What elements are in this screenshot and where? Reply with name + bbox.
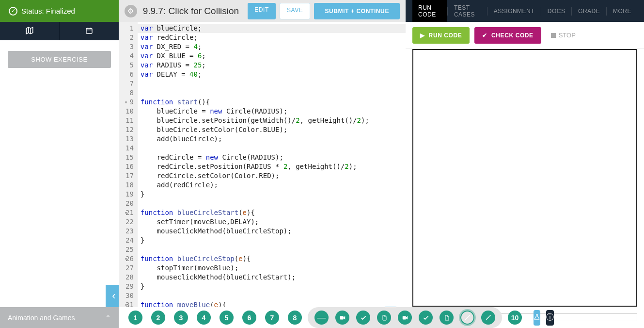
lesson-step-8[interactable]: 8 <box>288 311 302 325</box>
exercise-title: 9.9.7: Click for Collision <box>143 6 239 16</box>
code-editor[interactable]: var blueCircle;var redCircle;var DX_RED … <box>138 22 406 328</box>
stop-button[interactable]: STOP <box>551 32 576 39</box>
lesson-step-2[interactable]: 2 <box>151 311 165 325</box>
calendar-tab[interactable] <box>60 22 119 40</box>
stop-icon <box>551 33 556 38</box>
lesson-doc-icon-5[interactable] <box>440 311 454 325</box>
editor-header: ⚙ 9.9.7: Click for Collision EDIT SAVE S… <box>119 0 406 22</box>
show-exercise-button[interactable]: SHOW EXERCISE <box>8 51 111 68</box>
lesson-step-6[interactable]: 6 <box>242 311 256 325</box>
lesson-video-icon-3[interactable] <box>398 311 412 325</box>
info-button[interactable]: ⓘ <box>546 310 554 326</box>
module-title: Animation and Games <box>8 314 75 322</box>
lesson-icon-group: — <box>308 307 502 328</box>
nav-collapse-icon[interactable]: — <box>314 311 329 325</box>
check-code-button[interactable]: ✔ CHECK CODE <box>474 27 541 44</box>
calendar-icon <box>85 27 93 36</box>
play-icon: ▶ <box>420 32 425 39</box>
lesson-step-7[interactable]: 7 <box>265 311 279 325</box>
chevron-up-icon: ⌃ <box>105 314 111 322</box>
lesson-check-icon-4[interactable] <box>419 311 433 325</box>
tab-assignment[interactable]: ASSIGNMENT <box>488 0 540 22</box>
sandbox-button[interactable] <box>534 310 540 326</box>
tab-docs[interactable]: DOCS <box>542 0 571 22</box>
map-tab[interactable] <box>0 22 60 40</box>
gear-icon: ⚙ <box>127 7 134 16</box>
status-bar: ✓ Status: Finalized <box>0 0 119 22</box>
lesson-doc-icon-2[interactable] <box>377 311 391 325</box>
check-code-label: CHECK CODE <box>491 32 534 39</box>
status-text: Status: Finalized <box>21 7 75 15</box>
left-sidebar: ✓ Status: Finalized SHOW EXERCISE ‹ Anim… <box>0 0 119 328</box>
flask-icon <box>534 313 540 322</box>
svg-rect-1 <box>340 316 343 319</box>
svg-rect-0 <box>86 28 92 33</box>
editor-gutter: 1234567891011121314151617181920212223242… <box>119 22 138 328</box>
right-tab-bar: RUN CODETEST CASESASSIGNMENTDOCSGRADEMOR… <box>406 0 644 22</box>
tab-test-cases[interactable]: TEST CASES <box>448 0 487 22</box>
lesson-video-icon-0[interactable] <box>335 311 349 325</box>
lesson-nav-bar: 12345678 — 10 ⓘ <box>119 307 406 328</box>
info-icon: ⓘ <box>546 312 554 323</box>
map-icon <box>25 26 34 36</box>
run-toolbar: ▶ RUN CODE ✔ CHECK CODE STOP <box>406 22 644 49</box>
lesson-pencil-icon-6[interactable] <box>460 311 474 325</box>
tab-more[interactable]: MORE <box>607 0 637 22</box>
stop-label: STOP <box>559 32 576 39</box>
save-button[interactable]: SAVE <box>280 3 311 19</box>
lesson-step-4[interactable]: 4 <box>197 311 211 325</box>
check-circle-icon: ✓ <box>9 7 17 16</box>
svg-rect-2 <box>402 316 406 319</box>
lesson-step-10[interactable]: 10 <box>508 311 522 325</box>
lesson-step-3[interactable]: 3 <box>174 311 188 325</box>
tab-grade[interactable]: GRADE <box>572 0 606 22</box>
lesson-pencil-icon-7[interactable] <box>481 311 495 325</box>
module-footer[interactable]: Animation and Games ⌃ <box>0 307 119 328</box>
lesson-step-1[interactable]: 1 <box>128 311 142 325</box>
lesson-step-5[interactable]: 5 <box>220 311 234 325</box>
settings-button[interactable]: ⚙ <box>125 5 137 17</box>
run-code-label: RUN CODE <box>429 32 462 39</box>
edit-button[interactable]: EDIT <box>248 3 276 19</box>
check-icon: ✔ <box>482 32 487 39</box>
run-code-button[interactable]: ▶ RUN CODE <box>412 27 470 44</box>
output-canvas[interactable] <box>412 49 637 307</box>
tab-run-code[interactable]: RUN CODE <box>412 0 447 22</box>
lesson-check-icon-1[interactable] <box>356 311 370 325</box>
submit-continue-button[interactable]: SUBMIT + CONTINUE <box>314 3 400 19</box>
